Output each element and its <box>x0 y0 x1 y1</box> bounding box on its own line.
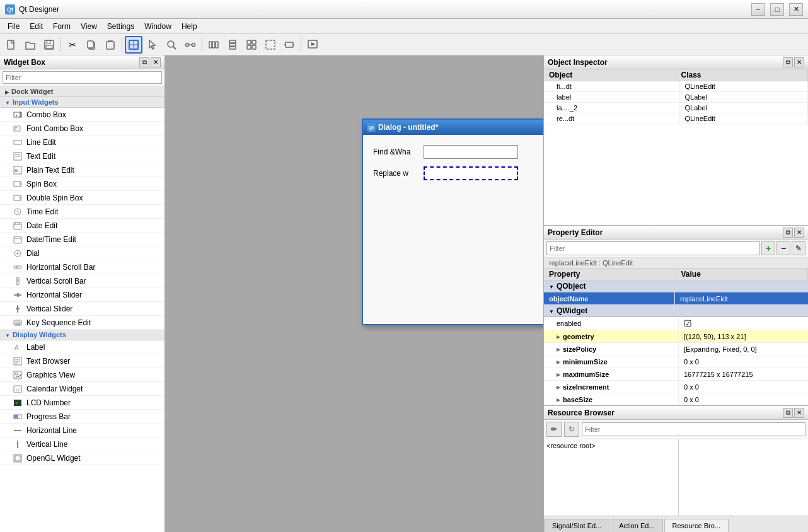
property-filter-input[interactable] <box>546 241 760 255</box>
pointer-tool-button[interactable] <box>144 36 161 54</box>
inspector-row-3[interactable]: re...dt QLineEdit <box>544 113 808 124</box>
resource-edit-button[interactable]: ✏ <box>546 422 562 437</box>
maximize-button[interactable]: □ <box>770 3 784 16</box>
widget-item-combo-box[interactable]: ▼ Combo Box <box>0 108 164 122</box>
property-group-qwidget[interactable]: QWidget <box>544 305 808 317</box>
widget-filter-input[interactable] <box>3 71 162 84</box>
menu-help[interactable]: Help <box>176 21 202 32</box>
property-row-maximumsize[interactable]: maximumSize 16777215 x 16777215 <box>544 368 808 381</box>
widget-item-lcd-number[interactable]: 7 LCD Number <box>0 396 164 410</box>
zoom-button[interactable] <box>163 36 180 54</box>
category-display-widgets[interactable]: Display Widgets <box>0 330 164 340</box>
widget-box-close-button[interactable]: ✕ <box>151 57 161 67</box>
category-input-widgets[interactable]: Input Widgets <box>0 97 164 108</box>
maximumsize-expand-icon[interactable] <box>557 371 560 378</box>
widget-item-opengl-widget[interactable]: OpenGL Widget <box>0 451 164 465</box>
paste-button[interactable] <box>101 36 119 54</box>
inspector-row-2[interactable]: la...._2 QLabel <box>544 103 808 113</box>
inspector-row-1[interactable]: label QLabel <box>544 92 808 103</box>
sizepolicy-expand-icon[interactable] <box>557 346 560 352</box>
connect-button[interactable] <box>182 36 199 54</box>
widget-item-line-edit[interactable]: Line Edit <box>0 136 164 149</box>
menu-view[interactable]: View <box>76 21 102 32</box>
layout-h-button[interactable] <box>205 36 222 54</box>
find-input[interactable] <box>424 145 518 159</box>
minimumsize-expand-icon[interactable] <box>557 359 560 365</box>
property-row-sizepolicy[interactable]: sizePolicy [Expanding, Fixed, 0, 0] <box>544 343 808 356</box>
widget-item-spin-box[interactable]: Spin Box <box>0 177 164 191</box>
tab-signal-slot-editor[interactable]: Signal/Slot Ed... <box>544 519 609 532</box>
widget-item-horizontal-scroll-bar[interactable]: Horizontal Scroll Bar <box>0 260 164 274</box>
property-row-objectname[interactable]: objectName replaceLineEidt <box>544 292 808 305</box>
object-inspector-float-button[interactable]: ⧉ <box>783 57 793 67</box>
widget-item-date-edit[interactable]: Date Edit <box>0 219 164 233</box>
widget-item-label[interactable]: A Label <box>0 340 164 354</box>
enabled-value[interactable]: ☑ <box>679 317 808 330</box>
widget-item-horizontal-slider[interactable]: Horizontal Slider <box>0 288 164 302</box>
canvas-area[interactable]: Qt Dialog - untitled* − ✕ Find &Wha Repl… <box>165 55 543 532</box>
replace-input[interactable] <box>424 166 518 180</box>
close-button[interactable]: ✕ <box>789 3 803 16</box>
layout-grid-button[interactable] <box>243 36 260 54</box>
widget-item-dial[interactable]: Dial <box>0 246 164 260</box>
widget-item-text-browser[interactable]: Text Browser <box>0 354 164 368</box>
property-group-qobject[interactable]: QObject <box>544 280 808 292</box>
adjust-size-button[interactable] <box>280 36 298 54</box>
property-row-minimumsize[interactable]: minimumSize 0 x 0 <box>544 356 808 368</box>
widget-item-horizontal-line[interactable]: Horizontal Line <box>0 424 164 437</box>
widget-item-plain-text-edit[interactable]: AI Plain Text Edit <box>0 163 164 177</box>
preview-button[interactable] <box>304 36 321 54</box>
resource-browser-close-button[interactable]: ✕ <box>794 408 804 418</box>
minimize-button[interactable]: − <box>751 3 765 16</box>
widget-item-vertical-line[interactable]: Vertical Line <box>0 437 164 451</box>
object-inspector-close-button[interactable]: ✕ <box>794 57 804 67</box>
widget-item-font-combo-box[interactable]: F Font Combo Box <box>0 122 164 136</box>
cut-button[interactable]: ✂ <box>64 36 81 54</box>
widget-item-vertical-scroll-bar[interactable]: Vertical Scroll Bar <box>0 274 164 288</box>
dialog-content[interactable]: Find &Wha Replace w <box>363 135 543 324</box>
resource-root-item[interactable]: <resource root> <box>546 442 676 449</box>
menu-window[interactable]: Window <box>139 21 176 32</box>
widget-item-calendar-widget[interactable]: 12 Calendar Widget <box>0 382 164 396</box>
dialog-window[interactable]: Qt Dialog - untitled* − ✕ Find &Wha Repl… <box>362 119 543 325</box>
widget-item-datetime-edit[interactable]: Date/Time Edit <box>0 233 164 246</box>
copy-button[interactable] <box>83 36 100 54</box>
property-row-enabled[interactable]: enabled ☑ <box>544 317 808 330</box>
open-button[interactable] <box>21 36 39 54</box>
property-editor-float-button[interactable]: ⧉ <box>783 228 793 238</box>
property-row-geometry[interactable]: geometry [(120, 50), 113 x 21] <box>544 330 808 343</box>
widget-item-progress-bar[interactable]: Progress Bar <box>0 410 164 424</box>
resource-filter-input[interactable] <box>582 422 805 436</box>
menu-settings[interactable]: Settings <box>102 21 139 32</box>
save-button[interactable] <box>40 36 58 54</box>
resource-browser-float-button[interactable]: ⧉ <box>783 408 793 418</box>
resource-refresh-button[interactable]: ↻ <box>564 422 579 437</box>
select-tool-button[interactable] <box>125 36 142 54</box>
menu-edit[interactable]: Edit <box>25 21 48 32</box>
widget-item-double-spin-box[interactable]: Double Spin Box <box>0 191 164 205</box>
new-button[interactable] <box>3 36 20 54</box>
property-filter-options-button[interactable]: ✎ <box>792 241 805 255</box>
objectname-value[interactable]: replaceLineEidt <box>675 292 808 304</box>
menu-form[interactable]: Form <box>48 21 76 32</box>
widget-item-vertical-slider[interactable]: Vertical Slider <box>0 302 164 316</box>
property-editor-close-button[interactable]: ✕ <box>794 228 804 238</box>
property-filter-add-button[interactable]: + <box>761 241 775 255</box>
geometry-expand-icon[interactable] <box>557 333 560 340</box>
layout-v-button[interactable] <box>224 36 241 54</box>
menu-file[interactable]: File <box>3 21 25 32</box>
layout-break-button[interactable] <box>262 36 279 54</box>
sizeincrement-expand-icon[interactable] <box>557 384 560 390</box>
basesize-expand-icon[interactable] <box>557 396 560 403</box>
widget-item-key-sequence-edit[interactable]: ⌨ Key Sequence Edit <box>0 316 164 330</box>
category-dock-widget[interactable]: Dock Widget <box>0 86 164 97</box>
widget-item-graphics-view[interactable]: Graphics View <box>0 368 164 382</box>
property-filter-remove-button[interactable]: − <box>776 241 790 255</box>
inspector-row-0[interactable]: fi...dt QLineEdit <box>544 81 808 92</box>
tab-action-editor[interactable]: Action Ed... <box>611 519 662 532</box>
widget-item-text-edit[interactable]: Text Edit <box>0 149 164 163</box>
tab-resource-browser[interactable]: Resource Bro... <box>664 519 729 532</box>
widget-box-float-button[interactable]: ⧉ <box>139 57 149 67</box>
property-row-sizeincrement[interactable]: sizeIncrement 0 x 0 <box>544 381 808 393</box>
property-row-basesize[interactable]: baseSize 0 x 0 <box>544 393 808 405</box>
